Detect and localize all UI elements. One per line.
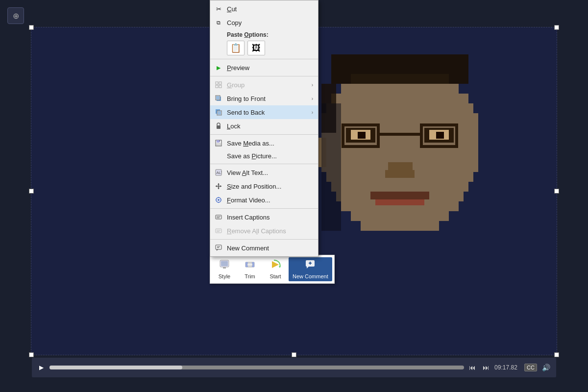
svg-rect-22: [436, 132, 444, 139]
paste-icon-2[interactable]: 🖼: [247, 41, 265, 55]
style-icon: [219, 259, 230, 272]
new-comment-toolbar-button[interactable]: New Comment: [289, 257, 332, 281]
menu-item-save-media[interactable]: Save Media as...: [210, 136, 318, 150]
start-label: Start: [270, 273, 281, 279]
menu-item-send-to-back[interactable]: Send to Back ›: [210, 105, 318, 119]
start-button[interactable]: Start: [263, 257, 288, 281]
menu-item-size-position[interactable]: Size and Position...: [210, 179, 318, 193]
separator-3: [210, 134, 318, 135]
format-video-icon: [214, 196, 223, 204]
lock-label: Lock: [227, 122, 313, 130]
svg-rect-69: [216, 245, 221, 249]
preview-label: Preview: [227, 64, 313, 72]
insert-captions-icon: [214, 213, 223, 221]
svg-rect-3: [331, 94, 468, 103]
context-menu: ✂ Cut ⧉ Copy Paste Options: 📋 🖼 ▶ Previe…: [210, 0, 318, 257]
copy-icon: ⧉: [214, 18, 223, 27]
svg-rect-31: [331, 54, 468, 84]
copy-label: Copy: [227, 19, 313, 26]
menu-item-preview[interactable]: ▶ Preview: [210, 61, 318, 74]
accessibility-icon[interactable]: ⊕: [7, 7, 24, 24]
svg-rect-35: [219, 82, 221, 84]
style-label: Style: [219, 273, 230, 279]
handle-tl[interactable]: [29, 25, 34, 30]
play-button[interactable]: ▶: [36, 362, 47, 373]
new-comment-toolbar-label: New Comment: [293, 273, 328, 279]
progress-bar[interactable]: [49, 366, 464, 369]
paste-options-row: 📋 🖼: [210, 39, 318, 57]
handle-ml[interactable]: [29, 189, 34, 194]
save-media-label: Save Media as...: [227, 140, 313, 147]
handle-tr[interactable]: [554, 25, 559, 30]
view-alt-text-icon: ALT: [214, 168, 223, 177]
new-comment-icon: [214, 244, 223, 252]
menu-item-bring-to-front[interactable]: Bring to Front ›: [210, 92, 318, 105]
svg-rect-75: [223, 267, 226, 269]
svg-rect-16: [361, 221, 439, 231]
cc-button[interactable]: CC: [524, 364, 537, 371]
trim-label: Trim: [245, 273, 255, 279]
controls-right: ⏮ ⏭ 09:17.82 CC 🔊: [467, 363, 552, 372]
menu-item-group[interactable]: Group ›: [210, 78, 318, 92]
svg-rect-25: [370, 192, 429, 199]
handle-br[interactable]: [554, 352, 559, 357]
group-icon: [214, 80, 223, 89]
menu-item-copy[interactable]: ⧉ Copy: [210, 16, 318, 29]
remove-captions-label: Remove All Captions: [227, 227, 313, 235]
separator-4: [210, 164, 318, 164]
send-to-back-icon: [214, 108, 223, 117]
svg-rect-44: [217, 125, 220, 129]
handle-mr[interactable]: [554, 189, 559, 194]
next-frame-button[interactable]: ⏭: [481, 363, 491, 372]
menu-item-remove-captions[interactable]: Remove All Captions: [210, 224, 318, 238]
svg-rect-79: [247, 264, 252, 266]
insert-captions-label: Insert Captions: [227, 214, 313, 221]
menu-item-format-video[interactable]: Format Video...: [210, 193, 318, 207]
new-comment-toolbar-icon: [305, 259, 316, 272]
volume-button[interactable]: 🔊: [540, 363, 552, 372]
svg-point-58: [218, 199, 220, 201]
prev-frame-button[interactable]: ⏮: [467, 363, 478, 372]
separator-6: [210, 239, 318, 240]
menu-item-new-comment[interactable]: New Comment: [210, 241, 318, 255]
separator-1: [210, 59, 318, 59]
svg-rect-63: [216, 215, 221, 219]
svg-rect-33: [321, 103, 341, 231]
bring-to-front-label: Bring to Front: [227, 95, 308, 102]
size-position-label: Size and Position...: [227, 183, 313, 190]
menu-item-save-picture[interactable]: Save as Picture...: [210, 150, 318, 162]
svg-rect-48: [219, 140, 220, 142]
menu-item-cut[interactable]: ✂ Cut: [210, 2, 318, 16]
svg-rect-15: [351, 211, 449, 221]
handle-bm[interactable]: [292, 352, 296, 357]
paste-options-label: Paste Options:: [210, 29, 318, 39]
svg-rect-30: [378, 133, 421, 136]
save-media-icon: [214, 139, 223, 147]
save-picture-label: Save as Picture...: [227, 152, 313, 160]
svg-rect-37: [219, 85, 221, 88]
group-arrow: ›: [312, 82, 313, 88]
cut-icon: ✂: [214, 4, 223, 13]
menu-item-insert-captions[interactable]: Insert Captions: [210, 210, 318, 224]
menu-item-view-alt-text[interactable]: ALT View Alt Text...: [210, 166, 318, 179]
svg-rect-5: [321, 113, 478, 123]
svg-rect-43: [218, 111, 221, 115]
menu-item-lock[interactable]: Lock: [210, 119, 318, 133]
trim-button[interactable]: Trim: [238, 257, 262, 281]
progress-fill: [49, 366, 182, 369]
paste-icon-1[interactable]: 📋: [227, 41, 245, 55]
svg-rect-9: [321, 152, 478, 162]
group-label: Group: [227, 81, 308, 89]
style-button[interactable]: Style: [212, 257, 237, 281]
time-display: 09:17.82: [494, 364, 521, 371]
lock-icon: [214, 122, 223, 130]
bring-to-front-arrow: ›: [312, 96, 313, 101]
handle-bl[interactable]: [29, 352, 34, 357]
separator-2: [210, 76, 318, 76]
format-video-label: Format Video...: [227, 196, 313, 204]
remove-captions-icon: [214, 226, 223, 235]
svg-marker-70: [217, 249, 218, 251]
bring-to-front-icon: [214, 94, 223, 103]
svg-rect-24: [385, 170, 415, 178]
view-alt-text-label: View Alt Text...: [227, 169, 313, 176]
